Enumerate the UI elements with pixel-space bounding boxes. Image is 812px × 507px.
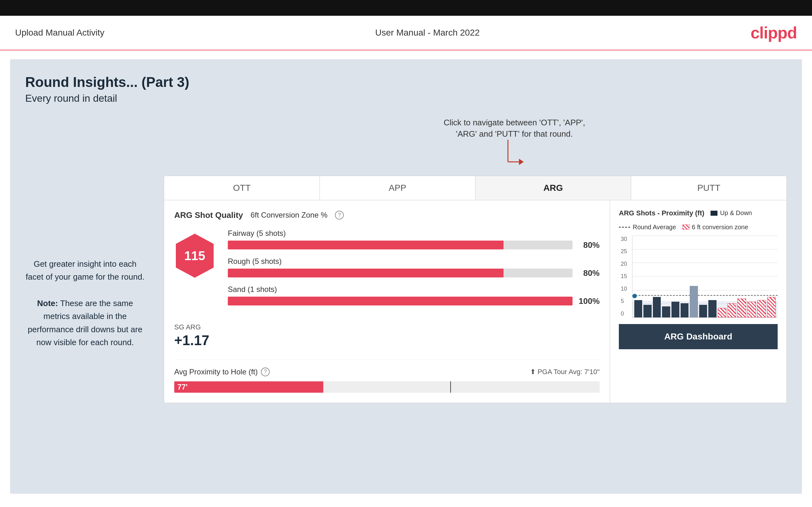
annotation-text: Click to navigate between 'OTT', 'APP','… <box>444 117 585 140</box>
chart-bar-hatched <box>767 297 776 318</box>
bar-row-fairway: Fairway (5 shots) 80% <box>228 229 600 250</box>
chart-bar <box>680 303 689 318</box>
legend-conversion: 6 ft conversion zone <box>682 224 748 231</box>
desc-para1: Get greater insight into each facet of y… <box>26 259 144 347</box>
chart-bar <box>671 302 679 318</box>
bar-label-rough: Rough (5 shots) <box>228 257 600 266</box>
proximity-bar-track: 77' <box>174 381 600 393</box>
header-center-label: User Manual - March 2022 <box>375 28 479 38</box>
y-label-30: 30 <box>621 236 627 242</box>
proximity-section: Avg Proximity to Hole (ft) ? ⬆ PGA Tour … <box>174 359 600 393</box>
score-area: 115 Fairway (5 shots) <box>174 229 600 313</box>
legend-conversion-label: 6 ft conversion zone <box>692 224 748 231</box>
legend-box-icon <box>711 211 717 216</box>
tab-arg[interactable]: ARG <box>475 176 631 200</box>
chart-wrapper: 0 5 10 15 20 25 30 <box>632 236 778 318</box>
hexagon-container: 115 <box>174 232 215 279</box>
footer: Copyright Clippd 2021 <box>0 503 812 507</box>
bar-track-fairway <box>228 240 572 249</box>
hexagon-score: 115 <box>184 248 205 263</box>
panel-left: ARG Shot Quality 6ft Conversion Zone % ?… <box>164 200 610 403</box>
legend-round-avg-label: Round Average <box>633 224 676 231</box>
main-title: Round Insights... (Part 3) <box>25 74 787 90</box>
y-label-5: 5 <box>621 298 627 304</box>
bar-row-sand: Sand (1 shots) 100% <box>228 285 600 306</box>
section-header-title: ARG Shot Quality <box>174 210 243 220</box>
y-label-15: 15 <box>621 273 627 280</box>
panel-right: ARG Shots - Proximity (ft) Up & Down Rou… <box>610 200 786 403</box>
proximity-bar-fill: 77' <box>174 381 323 393</box>
chart-bar-hatched <box>737 298 746 318</box>
bar-pct-sand: 100% <box>577 296 600 306</box>
bar-fill-sand <box>228 297 572 305</box>
left-description: Get greater insight into each facet of y… <box>25 258 145 349</box>
upload-label[interactable]: Upload Manual Activity <box>15 28 104 38</box>
proximity-cursor <box>450 381 451 393</box>
bar-row-rough: Rough (5 shots) 80% <box>228 257 600 278</box>
annotation-arrow <box>502 140 527 168</box>
chart-header: ARG Shots - Proximity (ft) Up & Down Rou… <box>619 209 778 231</box>
svg-marker-2 <box>519 159 524 165</box>
chart-bar <box>634 300 642 318</box>
section-header-subtitle: 6ft Conversion Zone % <box>251 211 327 220</box>
chart-bar-hatched <box>718 308 726 318</box>
sg-section: SG ARG +1.17 <box>174 323 600 348</box>
chart-bar <box>699 305 707 318</box>
bar-label-sand: Sand (1 shots) <box>228 285 600 294</box>
chart-bar <box>653 297 661 318</box>
main-content: Round Insights... (Part 3) Every round i… <box>10 59 802 494</box>
proximity-title-text: Avg Proximity to Hole (ft) <box>174 368 258 376</box>
proximity-header: Avg Proximity to Hole (ft) ? ⬆ PGA Tour … <box>174 368 600 376</box>
tab-app[interactable]: APP <box>320 176 475 200</box>
y-label-0: 0 <box>621 311 627 317</box>
content-layout: Get greater insight into each facet of y… <box>25 176 787 403</box>
round-panel: OTT APP ARG PUTT ARG Shot Quality 6ft Co… <box>164 176 787 403</box>
legend-up-down-label: Up & Down <box>720 210 752 217</box>
chart-bar <box>708 300 716 318</box>
logo: clippd <box>751 23 797 42</box>
bar-pct-rough: 80% <box>577 268 600 278</box>
bar-wrapper-sand: 100% <box>228 296 600 306</box>
proximity-help-icon[interactable]: ? <box>261 368 270 376</box>
chart-bar <box>644 305 651 318</box>
arg-dashboard-button[interactable]: ARG Dashboard <box>619 324 778 349</box>
proximity-title: Avg Proximity to Hole (ft) ? <box>174 368 270 376</box>
y-label-10: 10 <box>621 286 627 292</box>
chart-bar-hatched <box>757 300 766 318</box>
bar-pct-fairway: 80% <box>577 240 600 250</box>
chart-y-labels: 0 5 10 15 20 25 30 <box>621 236 627 318</box>
shot-quality-bars: Fairway (5 shots) 80% Rough <box>228 229 600 313</box>
chart-bar-hatched <box>727 303 736 318</box>
legend-dashed-icon <box>619 227 630 228</box>
tabs-container: OTT APP ARG PUTT <box>164 176 786 200</box>
chart-title: ARG Shots - Proximity (ft) <box>619 209 704 217</box>
section-header: ARG Shot Quality 6ft Conversion Zone % ? <box>174 210 600 220</box>
bar-track-sand <box>228 297 572 305</box>
bar-fill-fairway <box>228 240 504 249</box>
y-label-25: 25 <box>621 248 627 255</box>
bar-wrapper-fairway: 80% <box>228 240 600 250</box>
help-icon[interactable]: ? <box>335 211 344 220</box>
tab-ott[interactable]: OTT <box>164 176 320 200</box>
chart-bar-hatched <box>747 302 756 318</box>
legend-hatched-icon <box>682 225 690 230</box>
bar-label-fairway: Fairway (5 shots) <box>228 229 600 238</box>
legend-round-avg: Round Average <box>619 224 676 231</box>
main-subtitle: Every round in detail <box>25 93 787 104</box>
chart-bars <box>632 236 778 318</box>
chart-area: 8 <box>632 236 778 318</box>
proximity-bar-value: 77' <box>177 383 188 391</box>
tab-putt[interactable]: PUTT <box>631 176 786 200</box>
bar-wrapper-rough: 80% <box>228 268 600 278</box>
chart-bar <box>662 306 670 318</box>
panel-body: ARG Shot Quality 6ft Conversion Zone % ?… <box>164 200 786 403</box>
bar-fill-rough <box>228 269 504 277</box>
header: Upload Manual Activity User Manual - Mar… <box>0 16 812 50</box>
sg-label: SG ARG <box>174 323 600 331</box>
y-label-20: 20 <box>621 261 627 267</box>
bar-track-rough <box>228 269 572 277</box>
desc-note-label: Note: <box>37 298 58 308</box>
pga-avg: ⬆ PGA Tour Avg: 7'10" <box>530 368 600 376</box>
top-bar <box>0 0 812 16</box>
sg-value: +1.17 <box>174 333 600 348</box>
